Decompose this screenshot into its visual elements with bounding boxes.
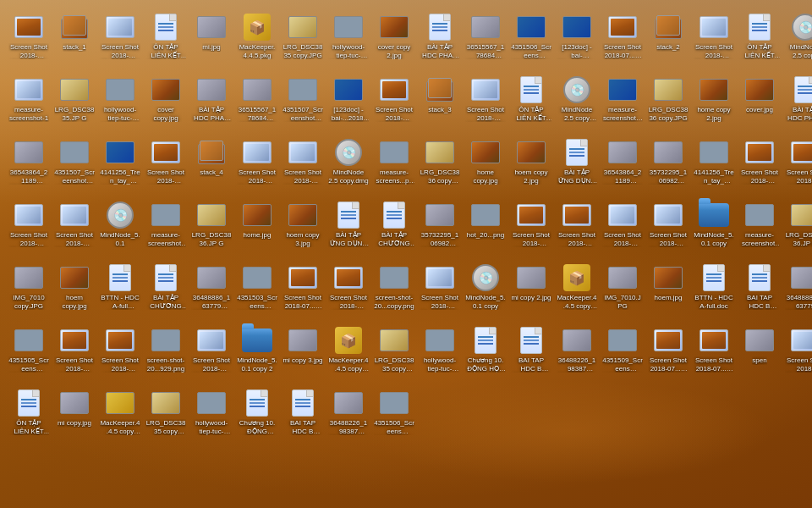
- file-item[interactable]: Screen Shot 2018-07...copy 3: [372, 73, 416, 134]
- file-item[interactable]: ÔN TẬP LIÊN KẾT HÓA HO...y 3.docx: [144, 10, 188, 71]
- file-item[interactable]: BAI TAP HDC B PHAN 1b...copy.doc: [281, 386, 325, 447]
- file-item[interactable]: 36488226_198387 2518570...copy.jpg: [555, 323, 599, 384]
- file-item[interactable]: mi copy 3.jpg: [281, 323, 325, 384]
- file-item[interactable]: Screen Shot 2018-07...copy 3: [52, 323, 96, 384]
- file-item[interactable]: 36515567_178684 430806__20_n.jpg: [235, 73, 279, 134]
- file-item[interactable]: hoem copy 3.jpg: [281, 198, 325, 259]
- file-item[interactable]: [123doc] - bai-tac...screen...jpg: [555, 10, 599, 71]
- file-item[interactable]: 💿MindNode_5.0.1 copy: [464, 261, 508, 322]
- file-item[interactable]: 4351506_Screens hot_5...5.jpg: [509, 10, 553, 71]
- file-item[interactable]: mi.jpg: [189, 10, 233, 71]
- file-item[interactable]: home.jpg: [235, 198, 279, 259]
- file-item[interactable]: Screen Shot 2018-07...M copy 2: [646, 323, 690, 384]
- file-item[interactable]: LRG_DSC3835.JP G: [52, 73, 96, 134]
- file-item[interactable]: 4351507_Screenshot ot_2018...1547.png: [281, 73, 325, 134]
- file-item[interactable]: 4351505_Screens hot_20...png: [7, 323, 51, 384]
- file-item[interactable]: hoem copy 2.jpg: [509, 135, 553, 196]
- file-item[interactable]: 35732295_106982 430317...536_n.jpg: [418, 198, 462, 259]
- file-item[interactable]: Chương 10. ĐỘNG HỌC.docx: [235, 386, 279, 447]
- file-item[interactable]: Screen Shot 2018-07...copy 4: [783, 135, 812, 196]
- file-item[interactable]: hollywood-tiep-tuc-chu...py 3.png: [189, 386, 233, 447]
- file-item[interactable]: screen-shot-20...copy.png: [372, 261, 416, 322]
- file-item[interactable]: 4141256_Tren_tay_ Samsung shot-20...py 2…: [692, 135, 736, 196]
- file-item[interactable]: LRG_DSC3836 copy.JPG: [646, 73, 690, 134]
- file-item[interactable]: measure-screenshot-1: [7, 73, 51, 134]
- file-item[interactable]: 📦MacKeeper.4.4.5 copy 2.pkg: [555, 261, 599, 322]
- file-item[interactable]: 4351503_Screens hot_20...png: [235, 261, 279, 322]
- file-item[interactable]: LRG_DSC3835 copy 2.JPG: [372, 323, 416, 384]
- file-item[interactable]: 36543864_21189 3522172...16_n.jpg: [601, 135, 645, 196]
- file-item[interactable]: Screen Shot 2018-07...AM copy: [783, 323, 812, 384]
- file-item[interactable]: mi copy 2.jpg: [509, 261, 553, 322]
- file-item[interactable]: spen: [738, 323, 782, 384]
- file-item[interactable]: stack_2: [646, 10, 690, 71]
- file-item[interactable]: 36488886_163779 292961...88_n.jpg: [783, 261, 812, 322]
- file-item[interactable]: BÀI TẬP HDC PHAN 1b...pan.doc: [418, 10, 462, 71]
- file-item[interactable]: Screen Shot 2018-07...M copy 2: [281, 261, 325, 322]
- file-item[interactable]: 💿MindNode 2.5 copy 3.dmg: [555, 73, 599, 134]
- file-item[interactable]: 📦MacKeeper.4.4.5 copy 3.pkg: [326, 323, 370, 384]
- file-item[interactable]: LRG_DSC3836.JP G: [783, 198, 812, 259]
- file-item[interactable]: 36488886_163779 292961...copy.jpg: [189, 261, 233, 322]
- file-item[interactable]: Screen Shot 2018-07...AM copy: [235, 135, 279, 196]
- file-item[interactable]: Screen Shot 2018-07...6.38 AM: [7, 198, 51, 259]
- file-item[interactable]: 35732295_106982 430317...copy.jpg: [646, 135, 690, 196]
- file-item[interactable]: hoem.jpg: [646, 261, 690, 322]
- file-item[interactable]: 4141256_Tren_tay_ Samsung...2018-07...co…: [98, 135, 142, 196]
- file-item[interactable]: Screen Shot 2018-07...AM copy: [692, 10, 736, 71]
- file-item[interactable]: Screen Shot 2018-07...AM copy: [601, 198, 645, 259]
- file-item[interactable]: mi copy.jpg: [52, 386, 96, 447]
- file-item[interactable]: Screen Shot 2018-07...0.20 AM: [281, 135, 325, 196]
- file-item[interactable]: BAI TAP HDC B PHAN 3.doc: [509, 323, 553, 384]
- file-item[interactable]: Screen Shot 2018-07...0.30 AM: [646, 198, 690, 259]
- file-item[interactable]: BTTN - HDC A-full.doc: [692, 261, 736, 322]
- file-item[interactable]: cover copy 2.jpg: [372, 10, 416, 71]
- file-item[interactable]: stack_4: [189, 135, 233, 196]
- file-item[interactable]: BÀI TẬP ỨNG DỤNG C...copy.docx: [555, 135, 599, 196]
- file-item[interactable]: MacKeeper.4.4.5 copy 3.jpg: [98, 386, 142, 447]
- file-item[interactable]: LRG_DSC3835 copy.JPG: [281, 10, 325, 71]
- file-item[interactable]: Screen Shot 2018-07...copy 2: [144, 135, 188, 196]
- file-item[interactable]: BÀI TẬP HDC PHAN 2b copy.jpg: [189, 73, 233, 134]
- file-item[interactable]: Screen Shot 2018-07...copy 3: [738, 135, 782, 196]
- file-item[interactable]: hoem copy.jpg: [52, 261, 96, 322]
- file-item[interactable]: Screen Shot 2018-07...M copy 2: [692, 323, 736, 384]
- file-item[interactable]: Screen Shot 2018-07...copy 4: [509, 198, 553, 259]
- file-item[interactable]: BÀI TẬP CHƯƠNG CÂU TA...copy.docx: [372, 198, 416, 259]
- file-item[interactable]: measure-screenshot-1.png: [738, 198, 782, 259]
- file-item[interactable]: hollywood-tiep-tuc-chu...py 2.png: [418, 323, 462, 384]
- file-item[interactable]: BÀI TẬP CHƯƠNG CÂU TA...SV.docx: [144, 261, 188, 322]
- file-item[interactable]: measure-screens...py 2.png: [372, 135, 416, 196]
- file-item[interactable]: BAI TAP HDC B PHAN 3 copy.doc: [738, 261, 782, 322]
- file-item[interactable]: cover.jpg: [738, 73, 782, 134]
- file-item[interactable]: 💿MindNode_5.0.1: [98, 198, 142, 259]
- file-item[interactable]: LRG_DSC3836 copy 3.JPG: [418, 135, 462, 196]
- file-item[interactable]: Screen Shot 2018-07...6.36 AM: [464, 73, 508, 134]
- file-item[interactable]: 💿MindNode 2.5 copy 2.dmg: [783, 10, 812, 71]
- file-item[interactable]: Screen Shot 2018-07...AM copy: [418, 261, 462, 322]
- file-item[interactable]: 4351507_Screenshot ot_2018...1547.png: [52, 135, 96, 196]
- file-item[interactable]: Screen Shot 2018-07...copy 4: [326, 261, 370, 322]
- file-item[interactable]: hot_20...png: [464, 198, 508, 259]
- file-item[interactable]: Screen Shot 2018-07...copy 5: [98, 323, 142, 384]
- file-item[interactable]: 36488226_198387 25185...392_n.jpg: [326, 386, 370, 447]
- file-item[interactable]: 4351506_Screens hot_20...png: [372, 386, 416, 447]
- file-item[interactable]: MindNode_5.0.1 copy: [692, 198, 736, 259]
- file-item[interactable]: LRG_DSC3836.JP G: [189, 198, 233, 259]
- file-item[interactable]: 📦MacKeeper. 4.4.5.pkg: [235, 10, 279, 71]
- file-item[interactable]: home copy 2.jpg: [692, 73, 736, 134]
- file-item[interactable]: IMG_7010.JPG: [601, 261, 645, 322]
- file-item[interactable]: hollywood-tiep-tuc-chu...copy.png: [326, 10, 370, 71]
- file-item[interactable]: BTTN - HDC A-full copy.doc: [98, 261, 142, 322]
- file-item[interactable]: MindNode_5.0.1 copy 2: [235, 323, 279, 384]
- file-item[interactable]: IMG_7010 copy.JPG: [7, 261, 51, 322]
- file-item[interactable]: ÔN TẬP LIÊN KẾT HÓA HO...c: [738, 10, 782, 71]
- file-item[interactable]: Screen Shot 2018-07...AM copy: [52, 198, 96, 259]
- file-item[interactable]: Chương 10. ĐỘNG HỌC copy.docx: [464, 323, 508, 384]
- file-item[interactable]: stack_3: [418, 73, 462, 134]
- file-item[interactable]: cover copy.jpg: [144, 73, 188, 134]
- file-item[interactable]: Screen Shot 2018-07...M copy 2: [601, 10, 645, 71]
- file-item[interactable]: 36515567_178684 430806...copy.jpg: [464, 10, 508, 71]
- file-item[interactable]: Screen Shot 2018-07-...copy 3: [7, 10, 51, 71]
- file-item[interactable]: stack_1: [52, 10, 96, 71]
